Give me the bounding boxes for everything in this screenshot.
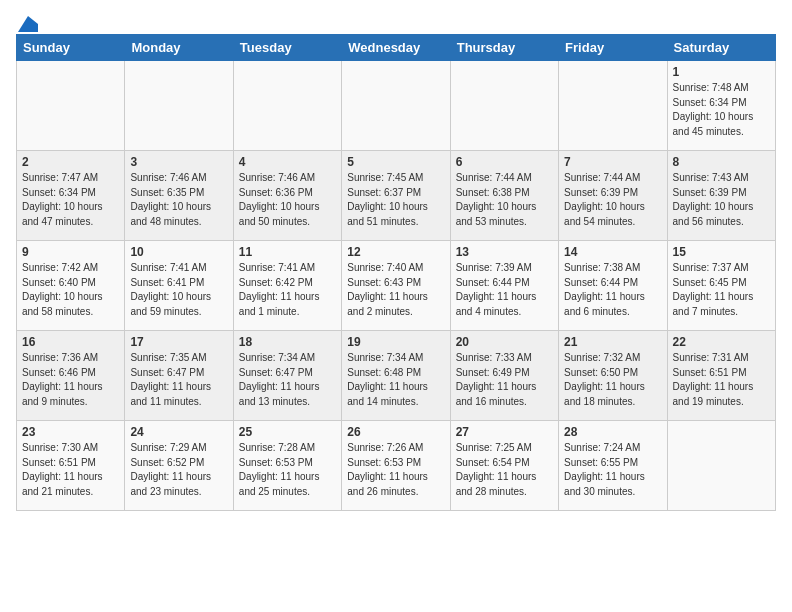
calendar-cell — [233, 61, 341, 151]
day-number: 11 — [239, 245, 336, 259]
calendar-cell: 5Sunrise: 7:45 AM Sunset: 6:37 PM Daylig… — [342, 151, 450, 241]
day-number: 20 — [456, 335, 553, 349]
calendar-cell: 10Sunrise: 7:41 AM Sunset: 6:41 PM Dayli… — [125, 241, 233, 331]
day-info: Sunrise: 7:45 AM Sunset: 6:37 PM Dayligh… — [347, 171, 444, 229]
day-info: Sunrise: 7:24 AM Sunset: 6:55 PM Dayligh… — [564, 441, 661, 499]
weekday-header-friday: Friday — [559, 35, 667, 61]
day-info: Sunrise: 7:34 AM Sunset: 6:47 PM Dayligh… — [239, 351, 336, 409]
calendar-cell: 18Sunrise: 7:34 AM Sunset: 6:47 PM Dayli… — [233, 331, 341, 421]
day-info: Sunrise: 7:43 AM Sunset: 6:39 PM Dayligh… — [673, 171, 770, 229]
day-info: Sunrise: 7:26 AM Sunset: 6:53 PM Dayligh… — [347, 441, 444, 499]
calendar-cell: 6Sunrise: 7:44 AM Sunset: 6:38 PM Daylig… — [450, 151, 558, 241]
day-number: 8 — [673, 155, 770, 169]
day-info: Sunrise: 7:28 AM Sunset: 6:53 PM Dayligh… — [239, 441, 336, 499]
day-info: Sunrise: 7:31 AM Sunset: 6:51 PM Dayligh… — [673, 351, 770, 409]
day-number: 6 — [456, 155, 553, 169]
day-number: 24 — [130, 425, 227, 439]
day-number: 19 — [347, 335, 444, 349]
svg-marker-0 — [18, 16, 38, 32]
calendar-cell: 12Sunrise: 7:40 AM Sunset: 6:43 PM Dayli… — [342, 241, 450, 331]
calendar-cell: 25Sunrise: 7:28 AM Sunset: 6:53 PM Dayli… — [233, 421, 341, 511]
day-info: Sunrise: 7:39 AM Sunset: 6:44 PM Dayligh… — [456, 261, 553, 319]
weekday-header-saturday: Saturday — [667, 35, 775, 61]
logo-icon — [18, 16, 38, 32]
calendar: SundayMondayTuesdayWednesdayThursdayFrid… — [16, 34, 776, 511]
day-info: Sunrise: 7:40 AM Sunset: 6:43 PM Dayligh… — [347, 261, 444, 319]
day-number: 1 — [673, 65, 770, 79]
page: SundayMondayTuesdayWednesdayThursdayFrid… — [0, 0, 792, 612]
day-info: Sunrise: 7:38 AM Sunset: 6:44 PM Dayligh… — [564, 261, 661, 319]
calendar-cell: 21Sunrise: 7:32 AM Sunset: 6:50 PM Dayli… — [559, 331, 667, 421]
calendar-cell: 8Sunrise: 7:43 AM Sunset: 6:39 PM Daylig… — [667, 151, 775, 241]
day-info: Sunrise: 7:44 AM Sunset: 6:38 PM Dayligh… — [456, 171, 553, 229]
weekday-header-monday: Monday — [125, 35, 233, 61]
day-number: 12 — [347, 245, 444, 259]
day-number: 25 — [239, 425, 336, 439]
day-info: Sunrise: 7:42 AM Sunset: 6:40 PM Dayligh… — [22, 261, 119, 319]
calendar-cell: 2Sunrise: 7:47 AM Sunset: 6:34 PM Daylig… — [17, 151, 125, 241]
day-number: 9 — [22, 245, 119, 259]
calendar-cell — [125, 61, 233, 151]
header — [16, 10, 776, 30]
weekday-header-thursday: Thursday — [450, 35, 558, 61]
day-number: 23 — [22, 425, 119, 439]
calendar-cell: 22Sunrise: 7:31 AM Sunset: 6:51 PM Dayli… — [667, 331, 775, 421]
weekday-header-sunday: Sunday — [17, 35, 125, 61]
calendar-cell — [667, 421, 775, 511]
calendar-cell: 27Sunrise: 7:25 AM Sunset: 6:54 PM Dayli… — [450, 421, 558, 511]
calendar-week-2: 9Sunrise: 7:42 AM Sunset: 6:40 PM Daylig… — [17, 241, 776, 331]
day-number: 28 — [564, 425, 661, 439]
calendar-cell: 26Sunrise: 7:26 AM Sunset: 6:53 PM Dayli… — [342, 421, 450, 511]
calendar-cell: 28Sunrise: 7:24 AM Sunset: 6:55 PM Dayli… — [559, 421, 667, 511]
day-number: 2 — [22, 155, 119, 169]
calendar-cell: 20Sunrise: 7:33 AM Sunset: 6:49 PM Dayli… — [450, 331, 558, 421]
calendar-body: 1Sunrise: 7:48 AM Sunset: 6:34 PM Daylig… — [17, 61, 776, 511]
day-info: Sunrise: 7:46 AM Sunset: 6:35 PM Dayligh… — [130, 171, 227, 229]
day-number: 21 — [564, 335, 661, 349]
calendar-cell — [17, 61, 125, 151]
calendar-cell: 4Sunrise: 7:46 AM Sunset: 6:36 PM Daylig… — [233, 151, 341, 241]
day-number: 4 — [239, 155, 336, 169]
calendar-cell: 1Sunrise: 7:48 AM Sunset: 6:34 PM Daylig… — [667, 61, 775, 151]
calendar-cell: 23Sunrise: 7:30 AM Sunset: 6:51 PM Dayli… — [17, 421, 125, 511]
calendar-cell — [342, 61, 450, 151]
day-info: Sunrise: 7:37 AM Sunset: 6:45 PM Dayligh… — [673, 261, 770, 319]
day-number: 26 — [347, 425, 444, 439]
calendar-cell — [450, 61, 558, 151]
day-info: Sunrise: 7:33 AM Sunset: 6:49 PM Dayligh… — [456, 351, 553, 409]
calendar-cell — [559, 61, 667, 151]
day-info: Sunrise: 7:41 AM Sunset: 6:41 PM Dayligh… — [130, 261, 227, 319]
weekday-row: SundayMondayTuesdayWednesdayThursdayFrid… — [17, 35, 776, 61]
day-info: Sunrise: 7:48 AM Sunset: 6:34 PM Dayligh… — [673, 81, 770, 139]
day-number: 3 — [130, 155, 227, 169]
calendar-week-3: 16Sunrise: 7:36 AM Sunset: 6:46 PM Dayli… — [17, 331, 776, 421]
calendar-cell: 24Sunrise: 7:29 AM Sunset: 6:52 PM Dayli… — [125, 421, 233, 511]
day-number: 5 — [347, 155, 444, 169]
day-info: Sunrise: 7:36 AM Sunset: 6:46 PM Dayligh… — [22, 351, 119, 409]
calendar-cell: 14Sunrise: 7:38 AM Sunset: 6:44 PM Dayli… — [559, 241, 667, 331]
calendar-cell: 17Sunrise: 7:35 AM Sunset: 6:47 PM Dayli… — [125, 331, 233, 421]
day-number: 14 — [564, 245, 661, 259]
day-info: Sunrise: 7:29 AM Sunset: 6:52 PM Dayligh… — [130, 441, 227, 499]
day-number: 22 — [673, 335, 770, 349]
day-number: 27 — [456, 425, 553, 439]
calendar-cell: 7Sunrise: 7:44 AM Sunset: 6:39 PM Daylig… — [559, 151, 667, 241]
calendar-cell: 19Sunrise: 7:34 AM Sunset: 6:48 PM Dayli… — [342, 331, 450, 421]
day-number: 18 — [239, 335, 336, 349]
calendar-cell: 9Sunrise: 7:42 AM Sunset: 6:40 PM Daylig… — [17, 241, 125, 331]
day-info: Sunrise: 7:41 AM Sunset: 6:42 PM Dayligh… — [239, 261, 336, 319]
day-info: Sunrise: 7:44 AM Sunset: 6:39 PM Dayligh… — [564, 171, 661, 229]
calendar-week-4: 23Sunrise: 7:30 AM Sunset: 6:51 PM Dayli… — [17, 421, 776, 511]
calendar-cell: 13Sunrise: 7:39 AM Sunset: 6:44 PM Dayli… — [450, 241, 558, 331]
day-info: Sunrise: 7:34 AM Sunset: 6:48 PM Dayligh… — [347, 351, 444, 409]
calendar-cell: 11Sunrise: 7:41 AM Sunset: 6:42 PM Dayli… — [233, 241, 341, 331]
calendar-week-1: 2Sunrise: 7:47 AM Sunset: 6:34 PM Daylig… — [17, 151, 776, 241]
day-number: 10 — [130, 245, 227, 259]
day-number: 15 — [673, 245, 770, 259]
day-number: 13 — [456, 245, 553, 259]
day-info: Sunrise: 7:47 AM Sunset: 6:34 PM Dayligh… — [22, 171, 119, 229]
calendar-cell: 16Sunrise: 7:36 AM Sunset: 6:46 PM Dayli… — [17, 331, 125, 421]
day-number: 7 — [564, 155, 661, 169]
calendar-cell: 15Sunrise: 7:37 AM Sunset: 6:45 PM Dayli… — [667, 241, 775, 331]
weekday-header-tuesday: Tuesday — [233, 35, 341, 61]
